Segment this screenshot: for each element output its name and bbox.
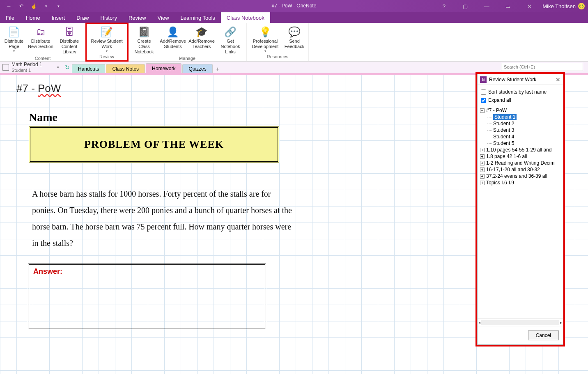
expand-checkbox[interactable]: Expand all xyxy=(481,97,560,103)
group-label: Review xyxy=(99,54,114,60)
notebook-sub: Student 1 xyxy=(11,68,42,73)
close-button[interactable]: ✕ xyxy=(521,2,537,11)
btn-label: Create Class Notebook xyxy=(131,39,157,55)
tree-horizontal-scrollbar[interactable]: ◂▸ xyxy=(478,319,563,326)
tree-node-collapsed[interactable]: +Topics I.6-I.9 xyxy=(480,179,560,186)
tree-node-collapsed[interactable]: +1-2 Reading and Writing Decim xyxy=(480,160,560,166)
review-student-work-button[interactable]: 📝 Review Student Work▾ xyxy=(88,25,125,54)
tree-node-collapsed[interactable]: +1.10 pages 54-55 1-29 all and xyxy=(480,147,560,153)
tab-home[interactable]: Home xyxy=(20,12,46,23)
expand-label: Expand all xyxy=(488,97,511,103)
search-input[interactable] xyxy=(501,63,583,71)
expand-icon[interactable]: + xyxy=(480,154,485,159)
close-panel-button[interactable]: ✕ xyxy=(556,76,560,83)
add-section-button[interactable]: + xyxy=(214,65,222,73)
sort-checkbox[interactable]: Sort students by last name xyxy=(481,89,560,95)
tab-draw[interactable]: Draw xyxy=(71,12,94,23)
add-remove-teachers-button[interactable]: 🎓 Add/Remove Teachers xyxy=(188,25,215,56)
tree-node-expanded[interactable]: −#7 - PoW xyxy=(480,107,560,114)
tree-student[interactable]: Student 5 xyxy=(480,140,560,147)
group-label: Resources xyxy=(267,54,289,60)
tab-learning-tools[interactable]: Learning Tools xyxy=(175,12,221,23)
notebook-name: Math Period 1 xyxy=(11,62,42,67)
page-title[interactable]: #7 - PoW xyxy=(16,82,61,95)
tree-node-collapsed[interactable]: +37,2-24 evens and 36-39 all xyxy=(480,173,560,179)
tree-node-collapsed[interactable]: +16-17,1-20 all and 30-32 xyxy=(480,166,560,173)
tab-file[interactable]: File xyxy=(0,12,20,23)
bulb-icon: 💡 xyxy=(259,25,271,39)
expand-icon[interactable]: + xyxy=(480,174,485,179)
tab-class-notebook[interactable]: Class Notebook xyxy=(221,12,270,23)
help-icon[interactable]: ? xyxy=(436,2,452,11)
name-label: Name xyxy=(29,111,57,124)
library-icon: 🗄 xyxy=(64,25,74,39)
student-icon: 👤 xyxy=(167,25,179,39)
group-label: Manage xyxy=(179,56,195,62)
group-label: Content xyxy=(35,56,51,62)
expand-icon[interactable]: + xyxy=(480,148,485,152)
distribute-new-section-button[interactable]: 🗂 Distribute New Section xyxy=(27,25,54,56)
scroll-left-icon[interactable]: ◂ xyxy=(478,320,480,325)
send-feedback-button[interactable]: 💬 Send Feedback xyxy=(283,25,306,54)
notebook-icon xyxy=(2,64,9,71)
sync-icon[interactable]: ↻ xyxy=(63,64,70,71)
tree-student[interactable]: Student 2 xyxy=(480,120,560,127)
student-label: Student 1 xyxy=(493,114,517,120)
tab-view[interactable]: View xyxy=(152,12,175,23)
touch-mode-icon[interactable]: ☝ xyxy=(30,2,38,10)
notebook-selector[interactable]: Math Period 1 Student 1 ▾ ↻ xyxy=(0,62,70,73)
back-icon[interactable]: ← xyxy=(5,2,13,10)
btn-label: Review Student Work xyxy=(89,39,124,49)
node-label: 1-2 Reading and Writing Decim xyxy=(486,160,555,166)
btn-label: Distribute Content Library xyxy=(57,39,82,55)
problem-body: A horse barn has stalls for 1000 horses.… xyxy=(32,186,295,251)
btn-label: Send Feedback xyxy=(284,39,305,49)
tab-history[interactable]: History xyxy=(95,12,123,23)
smiley-icon xyxy=(578,3,585,9)
cancel-button[interactable]: Cancel xyxy=(528,330,559,340)
onenote-icon: N xyxy=(480,76,487,83)
ribbon-group-review: 📝 Review Student Work▾ Review xyxy=(86,23,128,61)
collapse-icon[interactable]: − xyxy=(480,108,485,113)
qat-more-icon[interactable]: ▾ xyxy=(54,2,62,10)
undo-icon[interactable]: ↶ xyxy=(17,2,25,10)
chevron-down-icon: ▾ xyxy=(57,65,61,69)
answer-box[interactable]: Answer: xyxy=(28,264,266,329)
tree-student[interactable]: Student 4 xyxy=(480,133,560,140)
page-icon: 📄 xyxy=(8,25,20,39)
distribute-content-library-button[interactable]: 🗄 Distribute Content Library xyxy=(56,25,83,56)
tree-student[interactable]: Student 1 xyxy=(480,114,560,120)
add-remove-students-button[interactable]: 👤 Add/Remove Students xyxy=(159,25,186,56)
tab-insert[interactable]: Insert xyxy=(46,12,71,23)
expand-icon[interactable]: + xyxy=(480,167,485,172)
expand-icon[interactable]: + xyxy=(480,161,485,165)
btn-label: Distribute New Section xyxy=(28,39,53,49)
scroll-right-icon[interactable]: ▸ xyxy=(560,320,562,325)
section-tab-homework[interactable]: Homework xyxy=(146,63,181,73)
professional-development-button[interactable]: 💡 Professional Development▾ xyxy=(249,25,281,54)
ribbon-group-manage: 📓 Create Class Notebook 👤 Add/Remove Stu… xyxy=(128,23,247,61)
create-class-notebook-button[interactable]: 📓 Create Class Notebook xyxy=(131,25,158,56)
distribute-page-button[interactable]: 📄 Distribute Page▾ xyxy=(2,25,25,56)
sort-checkbox-input[interactable] xyxy=(481,89,486,95)
node-label: 1.8 page 42 1-6 all xyxy=(486,154,527,159)
minimize-button[interactable]: — xyxy=(478,2,495,11)
tree-student[interactable]: Student 3 xyxy=(480,127,560,133)
tree-node-collapsed[interactable]: +1.8 page 42 1-6 all xyxy=(480,153,560,160)
btn-label: Distribute Page xyxy=(3,39,25,49)
section-tab-handouts[interactable]: Handouts xyxy=(72,64,105,73)
maximize-button[interactable]: ▭ xyxy=(500,2,516,11)
tab-review[interactable]: Review xyxy=(123,12,152,23)
ribbon-display-icon[interactable]: ▢ xyxy=(457,2,473,11)
btn-label: Get Notebook Links xyxy=(218,39,243,55)
qat-caret-icon[interactable]: ▾ xyxy=(42,2,50,10)
feedback-icon: 💬 xyxy=(288,25,301,39)
ribbon: 📄 Distribute Page▾ 🗂 Distribute New Sect… xyxy=(0,23,588,62)
teacher-icon: 🎓 xyxy=(195,25,208,39)
section-tab-class-notes[interactable]: Class Notes xyxy=(106,64,145,73)
get-notebook-links-button[interactable]: 🔗 Get Notebook Links xyxy=(217,25,244,56)
expand-icon[interactable]: + xyxy=(480,181,485,185)
expand-checkbox-input[interactable] xyxy=(481,98,486,103)
account-name[interactable]: Mike Tholfsen xyxy=(542,3,585,9)
section-tab-quizzes[interactable]: Quizzes xyxy=(182,64,212,73)
